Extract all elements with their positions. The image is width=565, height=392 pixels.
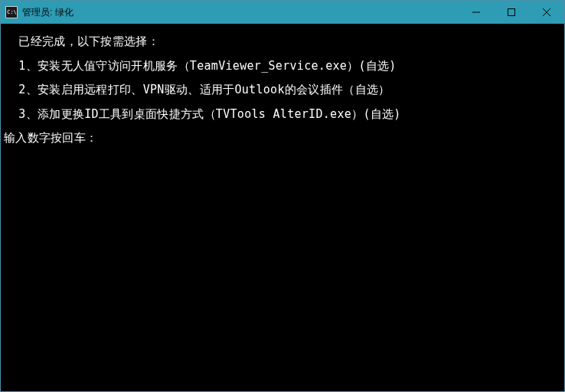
terminal-content[interactable]: 已经完成，以下按需选择： 1、安装无人值守访问开机服务（TeamViewer_S… [1, 24, 564, 154]
maximize-icon [508, 8, 515, 16]
terminal-prompt: 输入数字按回车： [4, 126, 561, 151]
maximize-button[interactable] [494, 1, 529, 24]
close-button[interactable] [529, 1, 564, 24]
window-controls [459, 1, 564, 24]
cmd-icon: C:\ [5, 6, 18, 18]
close-icon [543, 8, 550, 16]
window-title: 管理员: 绿化 [22, 6, 459, 19]
minimize-button[interactable] [459, 1, 494, 24]
terminal-header-line: 已经完成，以下按需选择： [4, 30, 561, 54]
terminal-option-2: 2、安装启用远程打印、VPN驱动、适用于Outlook的会议插件（自选） [4, 78, 561, 103]
terminal-option-1: 1、安装无人值守访问开机服务（TeamViewer_Service.exe）(自… [4, 54, 561, 79]
minimize-icon [472, 8, 480, 16]
window-titlebar: C:\ 管理员: 绿化 [1, 1, 564, 24]
svg-rect-1 [508, 9, 515, 16]
terminal-option-3: 3、添加更换ID工具到桌面快捷方式（TVTools AlterID.exe）(自… [4, 103, 561, 127]
